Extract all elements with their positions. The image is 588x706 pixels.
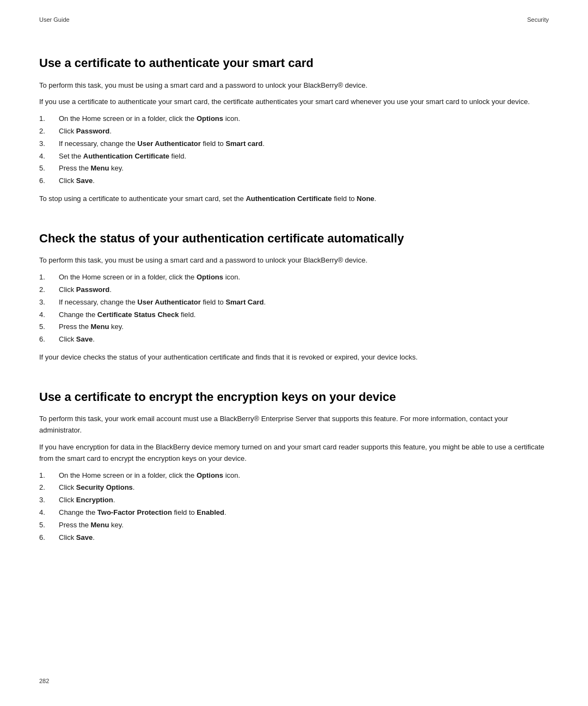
step-number: 2. — [39, 482, 59, 494]
step-number: 3. — [39, 297, 59, 308]
list-item: 6.Click Save. — [39, 532, 549, 544]
step-text: Press the Menu key. — [59, 321, 549, 333]
step-text: On the Home screen or in a folder, click… — [59, 470, 549, 482]
step-number: 6. — [39, 532, 59, 544]
step-text: If necessary, change the User Authentica… — [59, 138, 549, 150]
list-item: 3.If necessary, change the User Authenti… — [39, 297, 549, 308]
step-number: 1. — [39, 470, 59, 482]
list-item: 5.Press the Menu key. — [39, 520, 549, 531]
step-text: Click Encryption. — [59, 495, 549, 506]
sections-container: Use a certificate to authenticate your s… — [39, 56, 549, 543]
page-number: 282 — [39, 678, 49, 684]
step-number: 5. — [39, 520, 59, 531]
page-container: User Guide Security Use a certificate to… — [0, 0, 588, 706]
step-number: 4. — [39, 507, 59, 519]
step-text: On the Home screen or in a folder, click… — [59, 272, 549, 283]
step-number: 2. — [39, 126, 59, 137]
list-item: 4.Set the Authentication Certificate fie… — [39, 151, 549, 162]
list-item: 6.Click Save. — [39, 175, 549, 187]
steps-list-2: 1.On the Home screen or in a folder, cli… — [39, 272, 549, 345]
step-text: If necessary, change the User Authentica… — [59, 297, 549, 308]
section-intro2-1: If you use a certificate to authenticate… — [39, 96, 549, 108]
section-title-2: Check the status of your authentication … — [39, 231, 549, 247]
section-footer-2: If your device checks the status of your… — [39, 352, 549, 363]
section-1: Use a certificate to authenticate your s… — [39, 56, 549, 205]
list-item: 4.Change the Two-Factor Protection field… — [39, 507, 549, 519]
step-text: Click Password. — [59, 284, 549, 296]
list-item: 2.Click Security Options. — [39, 482, 549, 494]
list-item: 1.On the Home screen or in a folder, cli… — [39, 470, 549, 482]
list-item: 3.If necessary, change the User Authenti… — [39, 138, 549, 150]
step-number: 5. — [39, 163, 59, 174]
step-text: Click Save. — [59, 334, 549, 345]
list-item: 3.Click Encryption. — [39, 495, 549, 506]
step-text: Click Save. — [59, 175, 549, 187]
section-intro1-2: To perform this task, you must be using … — [39, 255, 549, 266]
section-title-1: Use a certificate to authenticate your s… — [39, 56, 549, 71]
section-title-3: Use a certificate to encrypt the encrypt… — [39, 389, 549, 405]
list-item: 6.Click Save. — [39, 334, 549, 345]
step-number: 6. — [39, 334, 59, 345]
step-number: 3. — [39, 495, 59, 506]
list-item: 2.Click Password. — [39, 126, 549, 137]
list-item: 5.Press the Menu key. — [39, 163, 549, 174]
step-text: Change the Two-Factor Protection field t… — [59, 507, 549, 519]
step-number: 4. — [39, 309, 59, 321]
step-number: 6. — [39, 175, 59, 187]
page-header: User Guide Security — [39, 16, 549, 23]
step-text: On the Home screen or in a folder, click… — [59, 113, 549, 125]
section-intro1-1: To perform this task, you must be using … — [39, 80, 549, 92]
section-2: Check the status of your authentication … — [39, 231, 549, 363]
step-number: 5. — [39, 321, 59, 333]
step-number: 1. — [39, 113, 59, 125]
step-number: 4. — [39, 151, 59, 162]
section-3: Use a certificate to encrypt the encrypt… — [39, 389, 549, 544]
step-number: 3. — [39, 138, 59, 150]
step-text: Press the Menu key. — [59, 163, 549, 174]
step-text: Click Security Options. — [59, 482, 549, 494]
header-right: Security — [527, 16, 549, 23]
list-item: 1.On the Home screen or in a folder, cli… — [39, 272, 549, 283]
list-item: 5.Press the Menu key. — [39, 321, 549, 333]
step-number: 1. — [39, 272, 59, 283]
header-left: User Guide — [39, 16, 70, 23]
step-text: Click Save. — [59, 532, 549, 544]
step-text: Change the Certificate Status Check fiel… — [59, 309, 549, 321]
list-item: 4.Change the Certificate Status Check fi… — [39, 309, 549, 321]
section-intro2-3: If you have encryption for data in the B… — [39, 442, 549, 465]
step-text: Set the Authentication Certificate field… — [59, 151, 549, 162]
list-item: 1.On the Home screen or in a folder, cli… — [39, 113, 549, 125]
step-text: Click Password. — [59, 126, 549, 137]
section-intro1-3: To perform this task, your work email ac… — [39, 413, 549, 436]
section-footer-1: To stop using a certificate to authentic… — [39, 193, 549, 205]
step-number: 2. — [39, 284, 59, 296]
steps-list-1: 1.On the Home screen or in a folder, cli… — [39, 113, 549, 187]
list-item: 2.Click Password. — [39, 284, 549, 296]
steps-list-3: 1.On the Home screen or in a folder, cli… — [39, 470, 549, 544]
step-text: Press the Menu key. — [59, 520, 549, 531]
